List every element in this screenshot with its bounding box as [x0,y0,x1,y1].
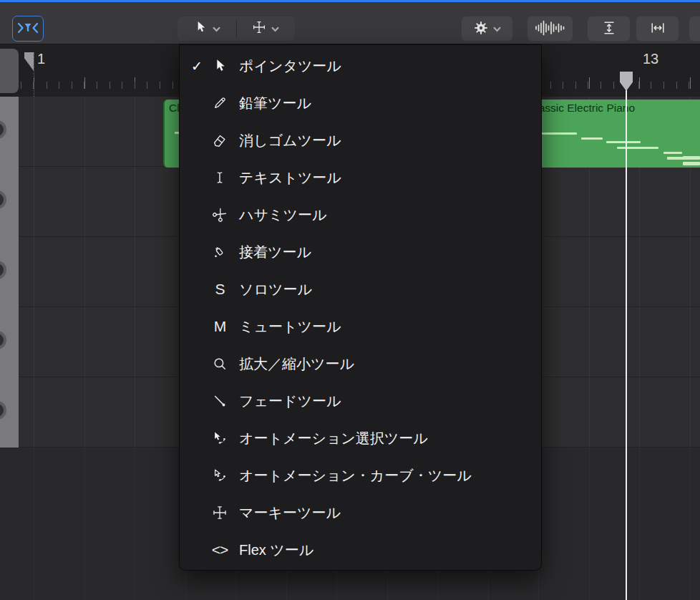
automation-select-icon [207,430,233,446]
waveform-zoom-icon [535,19,566,39]
glue-icon [207,244,233,260]
scissors-icon [207,207,233,223]
chevron-down-icon [271,22,279,35]
menu-item-label: Flex ツール [239,541,313,560]
horizontal-zoom-icon [650,20,666,38]
menu-item-label: オートメーション選択ツール [239,429,428,448]
track-icon[interactable] [0,120,6,139]
track-icon[interactable] [0,331,6,349]
menu-item-eraser-tool[interactable]: 消しゴムツール [180,122,541,159]
eraser-icon [207,132,233,148]
region-label: Classic Electric Piano [524,100,700,115]
tool-selector-group [177,16,296,42]
menu-item-fade-tool[interactable]: フェードツール [180,382,541,420]
playhead[interactable] [626,80,627,600]
menu-item-glue-tool[interactable]: 接着ツール [180,233,541,271]
menu-item-label: ソロツール [239,280,312,299]
fade-icon [207,393,233,409]
pencil-icon [207,95,233,111]
automation-curve-icon [207,468,233,483]
menu-item-flex-tool[interactable]: <> Flex ツール [180,531,541,568]
chevron-down-icon [493,24,501,34]
menu-item-automation-select-tool[interactable]: オートメーション選択ツール [180,420,541,457]
menu-item-label: テキストツール [239,168,341,188]
gear-icon [473,20,489,38]
menu-item-pointer-tool[interactable]: ✓ ポインタツール [180,47,541,84]
waveform-zoom-button[interactable] [527,16,573,42]
vertical-zoom-icon [601,20,617,38]
menu-item-label: 鉛筆ツール [239,94,311,113]
chevron-down-icon [213,22,220,35]
bar-number: 1 [37,51,45,67]
horizontal-zoom-button[interactable] [636,16,679,42]
menu-item-label: マーキーツール [239,503,341,523]
menu-item-label: 消しゴムツール [239,131,341,150]
menu-item-label: ポインタツール [239,57,341,76]
menu-item-pencil-tool[interactable]: 鉛筆ツール [180,84,541,122]
midi-filter-button[interactable] [12,16,44,42]
menu-item-mute-tool[interactable]: M ミュートツール [180,308,541,345]
flex-icon: <> [207,541,233,558]
menu-item-label: 接着ツール [239,243,311,262]
menu-item-label: フェードツール [239,392,341,411]
track-icon[interactable] [0,401,6,420]
logic-pro-window: 1 13 Classic Electric Piano Classic Elec… [0,0,700,600]
text-tool-icon [207,170,233,185]
menu-item-scissors-tool[interactable]: ハサミツール [180,196,541,233]
snap-settings-button[interactable] [461,16,513,42]
midi-filter-icon [16,20,39,38]
menu-item-solo-tool[interactable]: S ソロツール [180,271,541,308]
tool-menu: ✓ ポインタツール 鉛筆ツール [179,44,542,571]
checkmark-icon: ✓ [187,58,207,74]
menu-item-label: 拡大／縮小ツール [239,354,354,374]
menu-item-label: ミュートツール [239,317,341,337]
menu-item-text-tool[interactable]: テキストツール [180,159,541,196]
track-icon[interactable] [0,261,6,279]
track-header-strip [0,97,19,447]
zoom-icon [207,356,233,372]
command-click-tool-button[interactable] [237,16,296,41]
menu-item-label: オートメーション・カーブ・ツール [239,466,472,485]
menu-item-marquee-tool[interactable]: マーキーツール [180,494,541,531]
marker-flag-icon[interactable] [24,52,34,71]
pointer-icon [207,58,233,74]
project-start-line [34,52,34,97]
menu-item-label: ハサミツール [239,205,326,225]
track-icon[interactable] [0,190,6,209]
solo-icon: S [207,281,233,298]
menu-item-automation-curve-tool[interactable]: オートメーション・カーブ・ツール [180,457,541,494]
toolbar [0,2,700,44]
vertical-zoom-button[interactable] [587,16,631,42]
header-corner [0,49,19,93]
midi-region[interactable]: Classic Electric Piano [524,100,700,168]
clipped-toolbar-button[interactable] [689,16,700,42]
pointer-cursor-icon [193,20,208,37]
mute-icon: M [207,318,233,335]
menu-item-zoom-tool[interactable]: 拡大／縮小ツール [180,345,541,382]
window-top-accent [0,0,700,2]
bar-number: 13 [643,51,658,67]
left-click-tool-button[interactable] [178,16,236,41]
marquee-icon [207,505,233,521]
marquee-crosshair-icon [252,20,266,37]
